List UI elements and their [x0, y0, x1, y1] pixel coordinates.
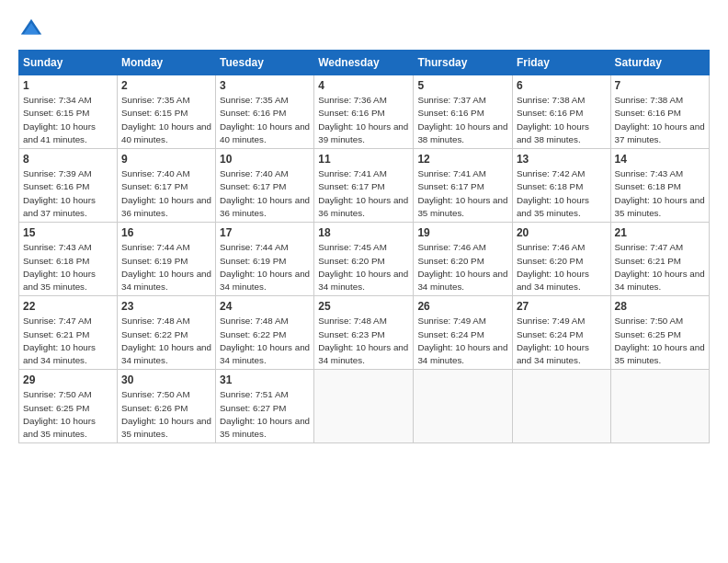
- day-number: 7: [615, 78, 705, 93]
- day-number: 6: [517, 78, 607, 93]
- day-number: 21: [615, 225, 705, 240]
- calendar-header-row: SundayMondayTuesdayWednesdayThursdayFrid…: [19, 51, 710, 75]
- day-number: 3: [220, 78, 310, 93]
- day-info: Sunrise: 7:48 AMSunset: 6:22 PMDaylight:…: [220, 316, 310, 365]
- calendar-cell: 23 Sunrise: 7:48 AMSunset: 6:22 PMDaylig…: [117, 296, 215, 370]
- calendar-cell: 25 Sunrise: 7:48 AMSunset: 6:23 PMDaylig…: [314, 296, 414, 370]
- logo-icon: [18, 17, 44, 42]
- day-info: Sunrise: 7:39 AMSunset: 6:16 PMDaylight:…: [23, 168, 96, 218]
- calendar-header-saturday: Saturday: [610, 51, 709, 75]
- calendar-week-1: 1 Sunrise: 7:34 AMSunset: 6:15 PMDayligh…: [19, 75, 710, 149]
- day-info: Sunrise: 7:45 AMSunset: 6:20 PMDaylight:…: [318, 242, 408, 292]
- day-info: Sunrise: 7:41 AMSunset: 6:17 PMDaylight:…: [318, 168, 408, 218]
- day-number: 23: [121, 299, 211, 314]
- day-info: Sunrise: 7:47 AMSunset: 6:21 PMDaylight:…: [23, 316, 96, 365]
- day-number: 18: [318, 225, 409, 240]
- day-number: 22: [23, 299, 113, 314]
- day-number: 14: [615, 152, 705, 167]
- day-number: 26: [417, 299, 508, 314]
- calendar-header-wednesday: Wednesday: [314, 51, 414, 75]
- day-number: 10: [220, 152, 310, 167]
- calendar-cell: 17 Sunrise: 7:44 AMSunset: 6:19 PMDaylig…: [216, 223, 314, 296]
- day-info: Sunrise: 7:35 AMSunset: 6:15 PMDaylight:…: [121, 95, 211, 144]
- day-number: 9: [121, 152, 211, 167]
- day-info: Sunrise: 7:43 AMSunset: 6:18 PMDaylight:…: [615, 168, 705, 218]
- day-info: Sunrise: 7:50 AMSunset: 6:25 PMDaylight:…: [23, 389, 96, 439]
- day-number: 17: [220, 225, 310, 240]
- day-info: Sunrise: 7:44 AMSunset: 6:19 PMDaylight:…: [121, 242, 211, 292]
- calendar-header-tuesday: Tuesday: [216, 51, 314, 75]
- day-info: Sunrise: 7:35 AMSunset: 6:16 PMDaylight:…: [220, 95, 310, 144]
- day-number: 27: [517, 299, 607, 314]
- calendar-cell: 30 Sunrise: 7:50 AMSunset: 6:26 PMDaylig…: [117, 370, 215, 443]
- calendar-cell: 13 Sunrise: 7:42 AMSunset: 6:18 PMDaylig…: [512, 149, 610, 223]
- calendar-week-3: 15 Sunrise: 7:43 AMSunset: 6:18 PMDaylig…: [19, 223, 710, 296]
- day-number: 30: [121, 373, 211, 387]
- day-number: 31: [220, 373, 310, 387]
- calendar-cell: [512, 370, 610, 443]
- calendar-cell: 29 Sunrise: 7:50 AMSunset: 6:25 PMDaylig…: [19, 370, 118, 443]
- calendar-week-2: 8 Sunrise: 7:39 AMSunset: 6:16 PMDayligh…: [19, 149, 710, 223]
- day-info: Sunrise: 7:38 AMSunset: 6:16 PMDaylight:…: [517, 95, 589, 144]
- calendar-cell: 9 Sunrise: 7:40 AMSunset: 6:17 PMDayligh…: [117, 149, 215, 223]
- calendar-week-4: 22 Sunrise: 7:47 AMSunset: 6:21 PMDaylig…: [19, 296, 710, 370]
- calendar-cell: 14 Sunrise: 7:43 AMSunset: 6:18 PMDaylig…: [610, 149, 709, 223]
- calendar-cell: 20 Sunrise: 7:46 AMSunset: 6:20 PMDaylig…: [512, 223, 610, 296]
- calendar-header-thursday: Thursday: [414, 51, 513, 75]
- calendar-header-monday: Monday: [117, 51, 215, 75]
- day-number: 12: [417, 152, 508, 167]
- calendar-cell: [414, 370, 513, 443]
- day-number: 15: [23, 225, 113, 240]
- day-number: 4: [318, 78, 409, 93]
- day-info: Sunrise: 7:46 AMSunset: 6:20 PMDaylight:…: [517, 242, 589, 292]
- calendar-cell: 11 Sunrise: 7:41 AMSunset: 6:17 PMDaylig…: [314, 149, 414, 223]
- day-info: Sunrise: 7:41 AMSunset: 6:17 PMDaylight:…: [417, 168, 507, 218]
- calendar-cell: 8 Sunrise: 7:39 AMSunset: 6:16 PMDayligh…: [19, 149, 118, 223]
- calendar-cell: 5 Sunrise: 7:37 AMSunset: 6:16 PMDayligh…: [414, 75, 513, 149]
- day-info: Sunrise: 7:46 AMSunset: 6:20 PMDaylight:…: [417, 242, 507, 292]
- calendar-week-5: 29 Sunrise: 7:50 AMSunset: 6:25 PMDaylig…: [19, 370, 710, 443]
- calendar-cell: 1 Sunrise: 7:34 AMSunset: 6:15 PMDayligh…: [19, 75, 118, 149]
- calendar-cell: 19 Sunrise: 7:46 AMSunset: 6:20 PMDaylig…: [414, 223, 513, 296]
- day-info: Sunrise: 7:36 AMSunset: 6:16 PMDaylight:…: [318, 95, 408, 144]
- day-info: Sunrise: 7:51 AMSunset: 6:27 PMDaylight:…: [220, 389, 310, 439]
- day-number: 19: [417, 225, 508, 240]
- calendar-cell: 2 Sunrise: 7:35 AMSunset: 6:15 PMDayligh…: [117, 75, 215, 149]
- day-info: Sunrise: 7:48 AMSunset: 6:22 PMDaylight:…: [121, 316, 211, 365]
- day-number: 29: [23, 373, 113, 387]
- calendar-cell: 10 Sunrise: 7:40 AMSunset: 6:17 PMDaylig…: [216, 149, 314, 223]
- day-number: 16: [121, 225, 211, 240]
- calendar-cell: 3 Sunrise: 7:35 AMSunset: 6:16 PMDayligh…: [216, 75, 314, 149]
- calendar-cell: 6 Sunrise: 7:38 AMSunset: 6:16 PMDayligh…: [512, 75, 610, 149]
- day-info: Sunrise: 7:49 AMSunset: 6:24 PMDaylight:…: [517, 316, 589, 365]
- day-info: Sunrise: 7:40 AMSunset: 6:17 PMDaylight:…: [220, 168, 310, 218]
- calendar-cell: 7 Sunrise: 7:38 AMSunset: 6:16 PMDayligh…: [610, 75, 709, 149]
- day-info: Sunrise: 7:34 AMSunset: 6:15 PMDaylight:…: [23, 95, 96, 144]
- calendar-cell: 21 Sunrise: 7:47 AMSunset: 6:21 PMDaylig…: [610, 223, 709, 296]
- calendar-header-friday: Friday: [512, 51, 610, 75]
- day-info: Sunrise: 7:37 AMSunset: 6:16 PMDaylight:…: [417, 95, 507, 144]
- calendar-cell: 4 Sunrise: 7:36 AMSunset: 6:16 PMDayligh…: [314, 75, 414, 149]
- day-number: 2: [121, 78, 211, 93]
- day-number: 28: [615, 299, 705, 314]
- logo: [18, 17, 48, 42]
- calendar-cell: 26 Sunrise: 7:49 AMSunset: 6:24 PMDaylig…: [414, 296, 513, 370]
- day-info: Sunrise: 7:49 AMSunset: 6:24 PMDaylight:…: [417, 316, 507, 365]
- day-number: 20: [517, 225, 607, 240]
- day-number: 1: [23, 78, 113, 93]
- day-number: 8: [23, 152, 113, 167]
- page: SundayMondayTuesdayWednesdayThursdayFrid…: [0, 0, 728, 453]
- calendar-cell: 31 Sunrise: 7:51 AMSunset: 6:27 PMDaylig…: [216, 370, 314, 443]
- calendar-cell: 28 Sunrise: 7:50 AMSunset: 6:25 PMDaylig…: [610, 296, 709, 370]
- calendar-cell: [314, 370, 414, 443]
- calendar-cell: 12 Sunrise: 7:41 AMSunset: 6:17 PMDaylig…: [414, 149, 513, 223]
- day-number: 13: [517, 152, 607, 167]
- day-info: Sunrise: 7:43 AMSunset: 6:18 PMDaylight:…: [23, 242, 96, 292]
- calendar-header-sunday: Sunday: [19, 51, 118, 75]
- day-info: Sunrise: 7:50 AMSunset: 6:25 PMDaylight:…: [615, 316, 705, 365]
- day-info: Sunrise: 7:40 AMSunset: 6:17 PMDaylight:…: [121, 168, 211, 218]
- day-info: Sunrise: 7:42 AMSunset: 6:18 PMDaylight:…: [517, 168, 589, 218]
- calendar-cell: 16 Sunrise: 7:44 AMSunset: 6:19 PMDaylig…: [117, 223, 215, 296]
- calendar-table: SundayMondayTuesdayWednesdayThursdayFrid…: [18, 50, 710, 443]
- day-info: Sunrise: 7:50 AMSunset: 6:26 PMDaylight:…: [121, 389, 211, 439]
